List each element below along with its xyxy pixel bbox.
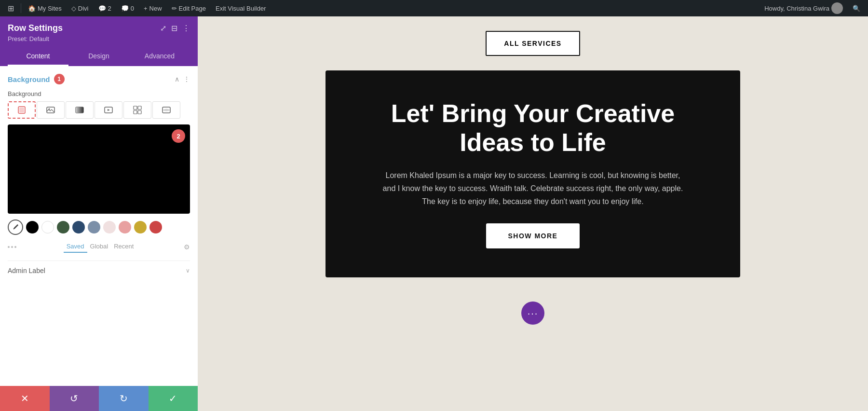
separator <box>21 3 21 13</box>
exit-vb-button[interactable]: Exit Visual Builder <box>212 0 270 16</box>
panel-title-icons: ⤢ ⊟ ⋮ <box>160 24 190 33</box>
bg-type-color[interactable] <box>8 101 36 119</box>
swatch-green[interactable] <box>57 221 69 233</box>
divi-menu[interactable]: ◇ Divi <box>68 0 93 16</box>
columns-icon[interactable]: ⊟ <box>171 24 177 33</box>
undo-icon: ↺ <box>70 393 78 404</box>
swatch-black[interactable] <box>26 221 39 233</box>
bg-type-pattern[interactable] <box>123 101 151 119</box>
bg-label: Background <box>8 90 190 97</box>
swatch-pink[interactable] <box>119 221 131 233</box>
svg-rect-1 <box>19 108 24 112</box>
admin-bar-right: Howdy, Christina Gwira 🔍 <box>760 0 864 16</box>
admin-label-header[interactable]: Admin Label ∨ <box>8 267 190 274</box>
bg-type-mask[interactable] <box>152 101 180 119</box>
user-avatar <box>831 2 843 14</box>
bg-preview-badge: 2 <box>172 129 185 143</box>
swatch-gold[interactable] <box>134 221 147 233</box>
bg-type-video[interactable] <box>95 101 122 119</box>
more-icon[interactable]: ⋮ <box>182 24 190 33</box>
divi-label: Divi <box>78 5 89 12</box>
more-dots[interactable] <box>8 246 16 248</box>
tab-design[interactable]: Design <box>68 47 129 66</box>
admin-label-chevron: ∨ <box>186 267 190 274</box>
bg-color-preview[interactable]: 2 <box>8 124 190 214</box>
swatch-red[interactable] <box>149 221 162 233</box>
dark-hero-section: Let' Bring Your Creative Ideas to Life L… <box>326 70 740 277</box>
comments-menu[interactable]: 💬 2 <box>95 0 115 16</box>
color-tab-recent[interactable]: Recent <box>111 241 136 253</box>
panel-tabs: Content Design Advanced <box>8 47 190 66</box>
all-services-label: ALL SERVICES <box>504 40 561 47</box>
background-title: Background <box>8 75 50 83</box>
new-menu[interactable]: + New <box>140 0 166 16</box>
color-tabs-row: Saved Global Recent ⚙ <box>8 241 190 253</box>
left-panel: Row Settings ⤢ ⊟ ⋮ Preset: Default Conte… <box>0 16 198 411</box>
section-title-row: Background 1 <box>8 74 65 84</box>
svg-rect-11 <box>138 110 141 114</box>
section-collapse-icon[interactable]: ∧ <box>175 75 179 83</box>
section-more-icon[interactable]: ⋮ <box>183 75 190 83</box>
cancel-button[interactable]: ✕ <box>0 386 50 411</box>
divi-icon: ◇ <box>71 5 76 12</box>
undo-button[interactable]: ↺ <box>50 386 99 411</box>
user-menu[interactable]: Howdy, Christina Gwira <box>760 0 847 16</box>
color-tabs: Saved Global Recent <box>64 241 137 253</box>
save-button[interactable]: ✓ <box>149 386 198 411</box>
swatch-navy[interactable] <box>72 221 85 233</box>
my-sites-menu[interactable]: 🏠 My Sites <box>24 0 66 16</box>
search-button[interactable]: 🔍 <box>849 0 864 16</box>
cancel-icon: ✕ <box>21 393 29 404</box>
panel-preset[interactable]: Preset: Default <box>8 35 190 42</box>
save-icon: ✓ <box>169 393 177 404</box>
panel-body: Background 1 ∧ ⋮ Background <box>0 66 198 386</box>
bg-type-image[interactable] <box>37 101 65 119</box>
swatch-slate[interactable] <box>88 221 100 233</box>
bg-type-row <box>8 101 190 119</box>
svg-rect-10 <box>134 110 137 114</box>
wordpress-icon: ⊞ <box>8 4 14 13</box>
exit-vb-label: Exit Visual Builder <box>216 5 266 12</box>
background-section-header: Background 1 ∧ ⋮ <box>8 74 190 84</box>
edit-page-button[interactable]: ✏ Edit Page <box>168 0 210 16</box>
admin-bar: ⊞ 🏠 My Sites ◇ Divi 💬 2 💭 0 + New ✏ Edit… <box>0 0 868 16</box>
admin-label-title: Admin Label <box>8 267 45 274</box>
tab-content[interactable]: Content <box>8 47 68 66</box>
comment-icon: 💭 <box>121 5 129 12</box>
color-tab-global[interactable]: Global <box>87 241 111 253</box>
swatch-pink-light[interactable] <box>103 221 116 233</box>
my-sites-label: My Sites <box>38 5 62 12</box>
new-label: New <box>149 5 162 12</box>
swatch-white[interactable] <box>41 221 54 233</box>
comments2-menu[interactable]: 💭 0 <box>117 0 138 16</box>
dots-icon: ··· <box>528 308 539 319</box>
svg-rect-9 <box>138 106 141 110</box>
background-badge: 1 <box>54 74 65 84</box>
tab-advanced[interactable]: Advanced <box>129 47 190 66</box>
floating-dots-button[interactable]: ··· <box>521 301 544 325</box>
show-more-label: SHOW MORE <box>508 232 558 240</box>
admin-label-section: Admin Label ∨ <box>8 260 190 280</box>
comments-count2: 0 <box>131 5 134 12</box>
edit-page-label: Edit Page <box>179 5 206 12</box>
svg-rect-8 <box>134 106 137 110</box>
svg-rect-5 <box>76 107 83 113</box>
wp-logo[interactable]: ⊞ <box>4 0 18 16</box>
section-controls: ∧ ⋮ <box>175 75 190 83</box>
color-settings-icon[interactable]: ⚙ <box>184 243 190 251</box>
hero-body: Lorem Khaled Ipsum is a major key to suc… <box>379 169 687 208</box>
color-tab-saved[interactable]: Saved <box>64 241 87 253</box>
panel-header: Row Settings ⤢ ⊟ ⋮ Preset: Default Conte… <box>0 16 198 66</box>
home-icon: 🏠 <box>28 5 36 12</box>
bg-type-gradient[interactable] <box>66 101 94 119</box>
redo-button[interactable]: ↻ <box>99 386 149 411</box>
hero-title: Let' Bring Your Creative Ideas to Life <box>364 99 702 157</box>
redo-icon: ↻ <box>120 393 128 404</box>
expand-icon[interactable]: ⤢ <box>160 24 166 33</box>
user-label: Howdy, Christina Gwira <box>764 5 829 12</box>
all-services-button[interactable]: ALL SERVICES <box>486 31 580 56</box>
show-more-button[interactable]: SHOW MORE <box>486 223 580 248</box>
eyedropper-button[interactable] <box>8 219 23 235</box>
pencil-icon: ✏ <box>172 5 177 12</box>
panel-title: Row Settings <box>8 23 63 33</box>
